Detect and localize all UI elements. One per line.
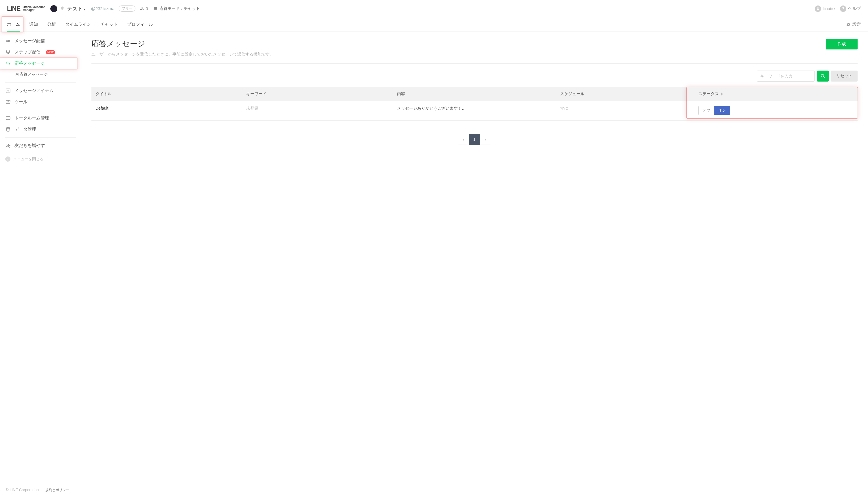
page-prev[interactable]: ‹ (458, 134, 469, 145)
row-content: メッセージありがとうございます！… (393, 100, 556, 120)
tab-profile[interactable]: プロフィール (127, 17, 153, 32)
database-icon (5, 127, 11, 132)
logo-subtext: Official Account Manager (22, 6, 45, 12)
policy-link[interactable]: 規約とポリシー (45, 487, 70, 493)
th-title[interactable]: タイトル (91, 87, 242, 100)
svg-point-10 (7, 144, 9, 146)
table-header: タイトル キーワード 内容 スケジュール ステータス ▲▼ (91, 87, 857, 100)
plus-square-icon (5, 88, 11, 93)
account-avatar-icon (50, 5, 57, 12)
search-input[interactable] (757, 71, 815, 81)
response-mode[interactable]: 応答モード：チャット (153, 6, 200, 11)
copyright: © LINE Corporation (6, 487, 39, 493)
divider (91, 63, 857, 64)
th-content[interactable]: 内容 (393, 87, 556, 100)
chatroom-icon (5, 116, 11, 121)
user-avatar-icon (815, 5, 821, 12)
toggle-on[interactable]: オン (714, 106, 730, 115)
response-table: タイトル キーワード 内容 スケジュール ステータス ▲▼ Default 未登… (91, 87, 857, 121)
page-subtitle: ユーザーからメッセージを受信したときに、事前に設定しておいたメッセージで返信する… (91, 52, 274, 57)
step-icon (5, 50, 11, 55)
user-menu[interactable]: linotie (815, 5, 835, 12)
search-toolbar: リセット (91, 71, 857, 81)
svg-point-2 (6, 51, 7, 51)
help-link[interactable]: ? ヘルプ (840, 5, 861, 12)
username: linotie (823, 6, 835, 11)
svg-point-4 (9, 51, 10, 51)
svg-point-3 (8, 53, 9, 54)
footer: © LINE Corporation 規約とポリシー (0, 484, 868, 496)
svg-point-9 (6, 127, 10, 129)
row-title-link[interactable]: Default (95, 106, 108, 110)
chevron-down-icon: ▾ (84, 7, 86, 11)
page-next[interactable]: › (480, 134, 491, 145)
people-icon (139, 7, 144, 11)
chat-bubble-icon (153, 7, 158, 11)
search-icon (821, 74, 825, 78)
pagination: ‹ 1 › (91, 134, 857, 145)
reset-button[interactable]: リセット (831, 71, 857, 81)
reply-icon (5, 61, 11, 66)
tab-timeline[interactable]: タイムライン (65, 17, 91, 32)
row-schedule: 常に (556, 100, 695, 120)
svg-rect-8 (6, 117, 10, 120)
status-toggle: オフ オン (698, 106, 730, 115)
th-schedule[interactable]: スケジュール (556, 87, 695, 100)
create-button[interactable]: 作成 (826, 39, 857, 49)
new-badge: NEW (46, 50, 55, 54)
sidebar-item-talkroom[interactable]: トークルーム管理 (0, 112, 81, 124)
table-row: Default 未登録 メッセージありがとうございます！… 常に オフ オン (91, 100, 857, 120)
plan-badge: フリー (119, 5, 135, 12)
svg-point-0 (817, 7, 819, 9)
account-name: テスト▾ (67, 5, 86, 12)
sidebar-item-auto-response[interactable]: 応答メッセージ (0, 58, 81, 69)
svg-rect-7 (9, 100, 10, 102)
shield-icon (60, 6, 64, 12)
tab-home[interactable]: ホーム (7, 17, 20, 32)
main-content: 応答メッセージ ユーザーからメッセージを受信したときに、事前に設定しておいたメッ… (81, 32, 868, 484)
row-keyword: 未登録 (242, 100, 393, 120)
account-switcher[interactable]: テスト▾ (50, 5, 86, 12)
svg-point-11 (821, 74, 824, 77)
sidebar-item-broadcast[interactable]: メッセージ配信 (0, 35, 81, 47)
sidebar: メッセージ配信 ステップ配信 NEW 応答メッセージ AI応答メッセージ メッセ… (0, 32, 81, 484)
search-button[interactable] (817, 71, 829, 81)
header-bar: LINE Official Account Manager テスト▾ @232t… (0, 0, 868, 17)
sort-icon: ▲▼ (720, 92, 723, 96)
tab-analysis[interactable]: 分析 (47, 17, 56, 32)
account-handle: @232tezma (91, 6, 114, 11)
tab-chat[interactable]: チャット (101, 17, 118, 32)
toggle-off[interactable]: オフ (699, 106, 714, 115)
th-status[interactable]: ステータス ▲▼ (695, 87, 857, 100)
close-sidebar[interactable]: ‹ メニューを閉じる (0, 153, 81, 165)
gear-icon (846, 22, 851, 27)
chevron-left-icon: ‹ (5, 156, 11, 162)
friends-count[interactable]: 0 (139, 6, 148, 11)
sidebar-item-grow-friends[interactable]: 友だちを増やす (0, 140, 81, 151)
logo-text: LINE (7, 5, 20, 13)
sidebar-item-ai-response[interactable]: AI応答メッセージ (0, 69, 81, 80)
settings-link[interactable]: 設定 (846, 22, 861, 27)
svg-rect-6 (6, 100, 8, 102)
help-icon: ? (840, 5, 846, 12)
sidebar-item-data[interactable]: データ管理 (0, 124, 81, 135)
main-nav: ホーム 通知 分析 タイムライン チャット プロフィール 設定 (0, 17, 868, 32)
sidebar-item-tools[interactable]: ツール (0, 96, 81, 108)
svg-point-1 (7, 40, 9, 42)
tab-notifications[interactable]: 通知 (29, 17, 38, 32)
th-keyword[interactable]: キーワード (242, 87, 393, 100)
sidebar-item-step[interactable]: ステップ配信 NEW (0, 47, 81, 58)
logo[interactable]: LINE Official Account Manager (7, 5, 45, 13)
page-1[interactable]: 1 (469, 134, 480, 145)
sidebar-item-message-item[interactable]: メッセージアイテム (0, 85, 81, 96)
page-title: 応答メッセージ (91, 39, 274, 49)
add-user-icon (5, 143, 11, 149)
broadcast-icon (5, 38, 11, 44)
tools-icon (5, 99, 11, 105)
